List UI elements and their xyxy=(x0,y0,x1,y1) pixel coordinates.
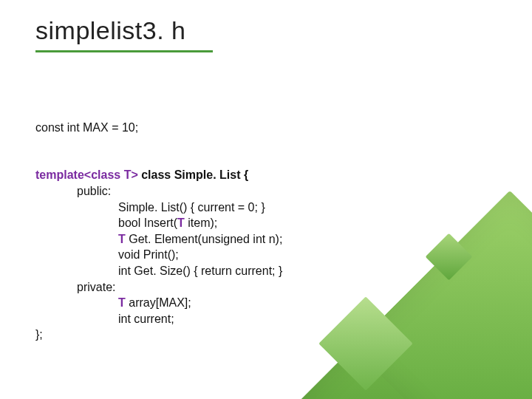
code-template-keyword: template<class T> xyxy=(35,168,138,181)
code-insert-typeparam: T xyxy=(177,216,185,229)
code-block: const int MAX = 10; template<class T> cl… xyxy=(35,103,282,359)
code-current: int current; xyxy=(35,311,174,327)
code-print: void Print(); xyxy=(35,247,179,263)
code-get-size: int Get. Size() { return current; } xyxy=(35,263,282,279)
code-insert-post: item); xyxy=(185,216,217,229)
code-class-decl: class Simple. List { xyxy=(138,168,248,181)
code-ctor: Simple. List() { current = 0; } xyxy=(35,200,265,216)
code-private-label: private: xyxy=(35,279,115,296)
code-array: T array[MAX]; xyxy=(35,295,191,311)
slide-title: simplelist3. h xyxy=(35,16,186,45)
code-array-typeparam: T xyxy=(118,296,126,309)
code-line-const: const int MAX = 10; xyxy=(35,121,138,134)
code-get-element: T Get. Element(unsigned int n); xyxy=(35,231,282,248)
code-array-post: array[MAX]; xyxy=(126,296,191,309)
code-insert-pre: bool Insert( xyxy=(118,216,177,229)
title-underline xyxy=(35,50,213,52)
code-public-label: public: xyxy=(35,183,111,200)
code-get-element-post: Get. Element(unsigned int n); xyxy=(126,233,283,245)
code-get-element-typeparam: T xyxy=(118,233,126,245)
code-insert: bool Insert(T item); xyxy=(35,215,217,231)
slide: simplelist3. h const int MAX = 10; templ… xyxy=(0,0,532,399)
code-close: }; xyxy=(35,328,43,341)
